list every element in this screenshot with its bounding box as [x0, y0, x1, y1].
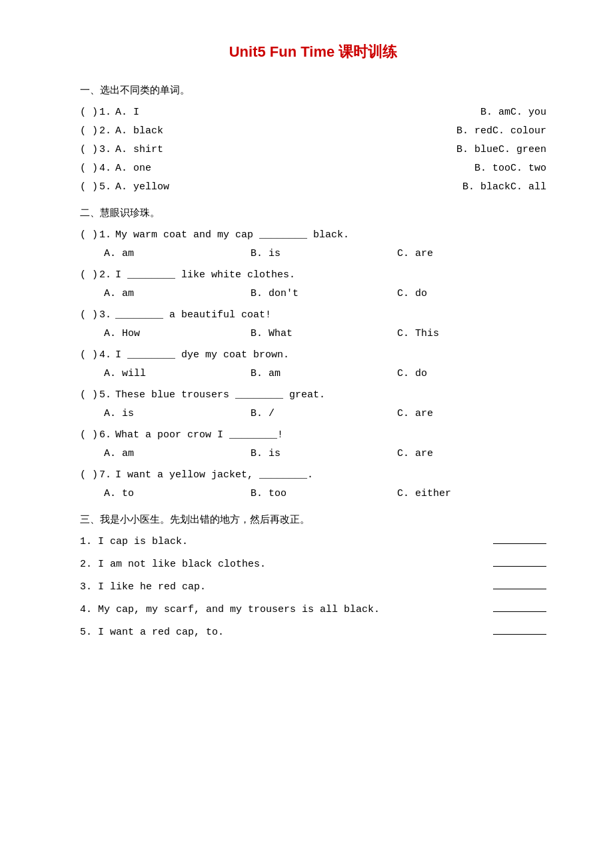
- section1-heading: 一、选出不同类的单词。: [80, 82, 546, 98]
- section3-q3: 3. I like he red cap.: [80, 579, 546, 595]
- section2-q7: ( ) 7. I want a yellow jacket, ________.…: [80, 467, 546, 502]
- section2-heading: 二、慧眼识珍珠。: [80, 205, 546, 221]
- section2-q1: ( ) 1. My warm coat and my cap ________ …: [80, 227, 546, 262]
- section1-q1: ( ) 1. A. I B. am C. you ( ) 2. A. black…: [80, 105, 546, 195]
- section2-q6: ( ) 6. What a poor crow I ________! A. a…: [80, 427, 546, 462]
- section3-heading: 三、我是小小医生。先划出错的地方，然后再改正。: [80, 511, 546, 527]
- section2-q5: ( ) 5. These blue trousers ________ grea…: [80, 387, 546, 422]
- section3-q5: 5. I want a red cap, to.: [80, 625, 546, 641]
- section2-q3: ( ) 3. ________ a beautiful coat! A. How…: [80, 307, 546, 342]
- section3: 三、我是小小医生。先划出错的地方，然后再改正。 1. I cap is blac…: [80, 511, 546, 641]
- section3-q2: 2. I am not like black clothes.: [80, 557, 546, 573]
- section1: 一、选出不同类的单词。 ( ) 1. A. I B. am C. you ( )…: [80, 82, 546, 195]
- section2: 二、慧眼识珍珠。 ( ) 1. My warm coat and my cap …: [80, 205, 546, 502]
- section3-q1: 1. I cap is black.: [80, 534, 546, 550]
- page-title: Unit5 Fun Time 课时训练: [80, 40, 546, 63]
- section2-q4: ( ) 4. I ________ dye my coat brown. A. …: [80, 347, 546, 382]
- section3-q4: 4. My cap, my scarf, and my trousers is …: [80, 602, 546, 618]
- section2-q2: ( ) 2. I ________ like white clothes. A.…: [80, 267, 546, 302]
